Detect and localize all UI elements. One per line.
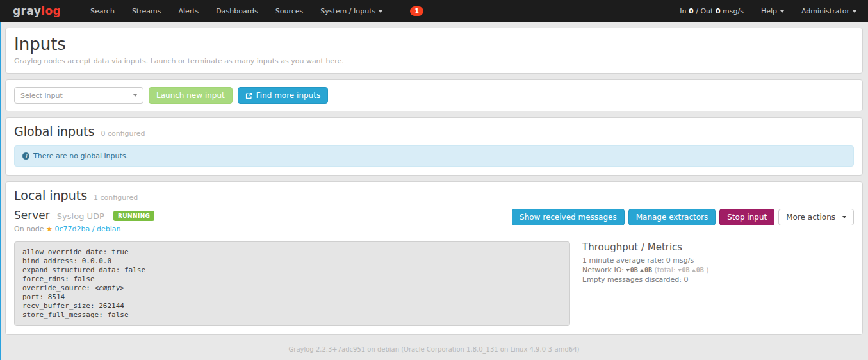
- more-actions-button[interactable]: More actions: [778, 209, 854, 225]
- info-circle-icon: [22, 152, 29, 160]
- system-inputs-label: System / Inputs: [320, 7, 375, 15]
- input-configuration-well: allow_override_datetrue bind_address0.0.…: [14, 241, 570, 326]
- config-value: false: [124, 266, 145, 274]
- global-inputs-title: Global inputs: [14, 124, 94, 138]
- metric-network-io: Network IO:0B0B (total:0B0B ): [582, 265, 708, 275]
- node-link[interactable]: 0c77d2ba / debian: [54, 225, 120, 233]
- status-badge: RUNNING: [113, 211, 154, 221]
- local-inputs-panel: Local inputs 1 configured Server Syslog …: [5, 181, 863, 335]
- throughput-in-label: In: [680, 7, 686, 15]
- chevron-down-icon: [780, 10, 784, 13]
- graylog-logo[interactable]: graylog: [13, 4, 61, 17]
- more-actions-label: More actions: [786, 213, 835, 222]
- logo-text-log: log: [41, 4, 61, 17]
- input-actions: Show received messages Manage extractors…: [512, 209, 854, 225]
- config-value: 262144: [99, 302, 124, 310]
- page-title: Inputs: [14, 35, 854, 54]
- main-content: Inputs Graylog nodes accept data via inp…: [0, 28, 868, 353]
- show-received-messages-button[interactable]: Show received messages: [512, 209, 625, 225]
- metric-avg-rate: 1 minute average rate: 0 msg/s: [582, 256, 708, 265]
- no-global-inputs-alert: There are no global inputs.: [14, 145, 854, 167]
- manage-extractors-button[interactable]: Manage extractors: [628, 209, 716, 225]
- throughput-in-value: 0: [689, 7, 694, 15]
- arrow-up-icon: [692, 269, 696, 272]
- global-throughput: In 0 / Out 0 msg/s: [680, 7, 744, 15]
- total-open-label: (total:: [654, 266, 675, 274]
- nav-item-sources[interactable]: Sources: [275, 7, 304, 15]
- config-value: 8514: [48, 293, 65, 301]
- select-input-placeholder: Select input: [20, 92, 63, 100]
- nav-item-search[interactable]: Search: [90, 7, 115, 15]
- arrow-down-icon: [626, 269, 630, 272]
- find-more-inputs-label: Find more inputs: [256, 91, 320, 100]
- top-navbar: graylog Search Streams Alerts Dashboards…: [0, 0, 868, 22]
- config-value: 0.0.0.0: [82, 257, 111, 265]
- config-key: allow_override_date: [22, 248, 111, 256]
- global-inputs-panel: Global inputs 0 configured There are no …: [5, 117, 863, 176]
- global-inputs-count: 0 configured: [101, 129, 145, 138]
- config-value: false: [107, 311, 128, 319]
- input-name: Server: [14, 209, 50, 222]
- page-subtitle: Graylog nodes accept data via inputs. La…: [14, 57, 854, 65]
- network-total: (total:0B0B ): [654, 266, 708, 274]
- logo-text-gray: gray: [13, 4, 41, 17]
- star-icon: [46, 225, 53, 233]
- throughput-out-value: 0: [716, 7, 721, 15]
- user-label: Administrator: [801, 7, 849, 15]
- config-key: override_source: [22, 284, 95, 292]
- chevron-down-icon: [853, 10, 856, 13]
- node-line: On node 0c77d2ba / debian: [14, 225, 154, 233]
- total-down-value: 0B: [682, 266, 690, 274]
- config-row: expand_structured_datafalse: [22, 266, 562, 275]
- node-prefix: On node: [14, 225, 44, 233]
- config-key: recv_buffer_size: [22, 302, 99, 310]
- input-entry-body: allow_override_datetrue bind_address0.0.…: [14, 241, 854, 326]
- config-key: store_full_message: [22, 311, 107, 319]
- arrow-down-icon: [678, 269, 682, 272]
- config-key: port: [22, 293, 48, 301]
- input-entry-header: Server Syslog UDP RUNNING On node 0c77d2…: [14, 209, 854, 233]
- config-value: <empty>: [95, 284, 124, 292]
- nav-menu: Search Streams Alerts Dashboards Sources…: [90, 6, 423, 16]
- page-header-panel: Inputs Graylog nodes accept data via inp…: [5, 28, 863, 74]
- arrow-up-icon: [640, 269, 644, 272]
- network-io-label: Network IO:: [582, 266, 624, 274]
- throughput-out-label: / Out: [696, 7, 713, 15]
- nav-item-alerts[interactable]: Alerts: [178, 7, 199, 15]
- nav-item-dashboards[interactable]: Dashboards: [216, 7, 258, 15]
- throughput-unit: msg/s: [723, 7, 744, 15]
- select-input-dropdown[interactable]: Select input: [14, 87, 143, 104]
- config-key: bind_address: [22, 257, 82, 265]
- local-inputs-count: 1 configured: [94, 193, 138, 202]
- nav-item-streams[interactable]: Streams: [132, 7, 161, 15]
- metrics-title: Throughput / Metrics: [582, 241, 708, 253]
- find-more-inputs-button[interactable]: Find more inputs: [238, 87, 328, 104]
- local-inputs-header: Local inputs 1 configured: [14, 188, 854, 202]
- launch-new-input-button[interactable]: Launch new input: [149, 87, 233, 104]
- notification-badge[interactable]: 1: [410, 6, 423, 16]
- no-global-inputs-text: There are no global inputs.: [33, 152, 128, 160]
- config-row: bind_address0.0.0.0: [22, 257, 562, 266]
- config-key: force_rdns: [22, 275, 73, 283]
- input-type: Syslog UDP: [57, 211, 104, 221]
- config-row: allow_override_datetrue: [22, 248, 562, 257]
- stop-input-button[interactable]: Stop input: [719, 209, 774, 225]
- nav-item-help[interactable]: Help: [761, 7, 784, 15]
- chevron-down-icon: [842, 216, 846, 218]
- nav-item-system-inputs[interactable]: System / Inputs: [320, 7, 382, 15]
- config-row: port8514: [22, 293, 562, 302]
- version-footer: Graylog 2.2.3+7adc951 on debian (Oracle …: [5, 346, 863, 353]
- config-row: recv_buffer_size262144: [22, 302, 562, 311]
- nav-item-user-menu[interactable]: Administrator: [801, 7, 856, 15]
- total-up-value: 0B: [696, 266, 704, 274]
- local-inputs-title: Local inputs: [14, 188, 87, 202]
- external-link-icon: [245, 92, 252, 99]
- chevron-down-icon: [133, 94, 137, 97]
- input-title-block: Server Syslog UDP RUNNING On node 0c77d2…: [14, 209, 154, 233]
- total-close-label: ): [706, 266, 708, 274]
- help-label: Help: [761, 7, 777, 15]
- nav-right-section: In 0 / Out 0 msg/s Help Administrator: [680, 7, 856, 15]
- config-row: override_source<empty>: [22, 284, 562, 293]
- config-value: true: [111, 248, 129, 256]
- throughput-metrics: Throughput / Metrics 1 minute average ra…: [582, 241, 708, 284]
